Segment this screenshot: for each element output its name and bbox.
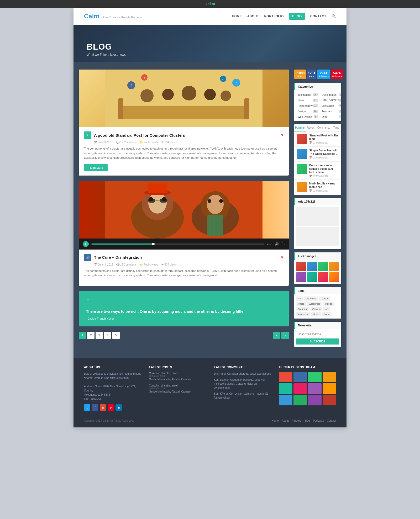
ff-10[interactable] (293, 395, 307, 405)
ff-5[interactable] (279, 383, 292, 394)
tab-popular[interactable]: Popular (294, 124, 306, 131)
post-heart-1[interactable]: ♥ (281, 133, 284, 137)
ff-1[interactable] (279, 372, 292, 382)
tag-gaming[interactable]: Gaming (311, 307, 323, 311)
footer-twitter[interactable]: t (84, 404, 90, 411)
tag-standard[interactable]: Standard (296, 307, 309, 311)
tag-classic[interactable]: Classic (319, 296, 330, 301)
footer-about: ABOUT US Duis at velit at ante gravida a… (84, 366, 141, 411)
progress-bar[interactable] (91, 243, 265, 245)
flickr-5[interactable] (296, 272, 306, 282)
footer-nav-portfolio[interactable]: Portfolio (292, 419, 302, 422)
page-btn-3[interactable]: 3 (96, 332, 103, 339)
tag-art2[interactable]: Art (323, 307, 330, 311)
flickr-1[interactable] (296, 262, 306, 271)
tag-photo[interactable]: Photo (296, 302, 306, 306)
flickr-6[interactable] (307, 272, 317, 282)
newsletter-input[interactable] (296, 331, 339, 337)
cat-photography[interactable]: Photography 21 (296, 103, 319, 108)
footer-nav-about[interactable]: About (282, 419, 289, 422)
flickr-2[interactable] (307, 262, 317, 271)
play-button[interactable]: ▶ (83, 241, 89, 247)
nav-blog[interactable]: BLOG (289, 13, 305, 20)
fb-count: 1261 (308, 71, 316, 75)
ff-6[interactable] (293, 383, 307, 394)
ff-9[interactable] (279, 395, 292, 405)
footer-nav-podcasts[interactable]: Podcasts (313, 419, 324, 422)
cat-design[interactable]: Design 10 (296, 109, 319, 114)
footer-grid: ABOUT US Duis at velit at ante gravida a… (84, 366, 336, 411)
svg-rect-26 (155, 200, 160, 200)
volume-icon[interactable]: 🔊 (275, 242, 279, 246)
tab-tags[interactable]: Tags (331, 124, 341, 131)
nav-contact[interactable]: CONTACT (310, 14, 326, 18)
ff-4[interactable] (323, 372, 336, 382)
twitter-button[interactable]: 2941 Followers (317, 70, 330, 79)
footer-google[interactable]: g (100, 404, 106, 411)
cat-other[interactable]: Other 70 (320, 114, 341, 119)
footer-pinterest[interactable]: p (108, 404, 114, 411)
footer-linkedin[interactable]: in (116, 404, 122, 411)
post-heart-2[interactable]: ♥ (281, 255, 284, 260)
ad-1[interactable] (296, 207, 339, 226)
flickr-3[interactable] (318, 262, 328, 271)
tag-music[interactable]: Music (311, 312, 321, 316)
footer-post-title-1[interactable]: Curabitur pharetra, ante! (149, 372, 206, 375)
tag-awesome2[interactable]: Awesome (296, 312, 310, 316)
flickr-7[interactable] (318, 272, 328, 282)
newsletter-submit[interactable]: SUBSCRIBE (296, 338, 339, 345)
tag-date[interactable]: Date (322, 312, 331, 316)
tag-awesome[interactable]: Awesome (304, 296, 318, 301)
tab-recent[interactable]: Recent (306, 124, 316, 131)
ff-2[interactable] (293, 372, 307, 382)
footer-post-title-2[interactable]: Curabitur pharetra, ante! (149, 384, 206, 387)
read-more-btn-1[interactable]: Read More (84, 164, 108, 171)
cat-name: Technology (298, 93, 311, 96)
flickr-4[interactable] (329, 262, 339, 271)
cat-html[interactable]: HTML5&CSS3 22 (320, 98, 341, 103)
search-icon[interactable]: 🔍 (332, 14, 336, 18)
cat-news[interactable]: News 41 (296, 98, 319, 103)
ff-12[interactable] (323, 395, 336, 405)
ad-2[interactable] (296, 227, 339, 246)
popular-title-1: Standard Post with The blog. (309, 134, 339, 141)
nav-about[interactable]: ABOUT (247, 14, 259, 18)
tag-videos[interactable]: Videos (323, 302, 334, 306)
prev-page-btn[interactable]: ‹ (273, 332, 280, 339)
page-btn-4[interactable]: 4 (104, 332, 111, 339)
next-page-btn[interactable]: › (281, 332, 289, 339)
nav-home[interactable]: HOME (232, 14, 242, 18)
cat-technology[interactable]: Technology 25 (296, 92, 319, 97)
flickr-8[interactable] (329, 272, 339, 282)
ff-3[interactable] (308, 372, 321, 382)
nav-portfolio[interactable]: PORTFOLIO (264, 14, 284, 18)
footer-nav-blog[interactable]: Blog (304, 419, 310, 422)
page-btn-2[interactable]: 2 (87, 332, 94, 339)
cat-tutorials[interactable]: Tutorials 25 (320, 109, 341, 114)
cat-javascript[interactable]: JavaScript 62 (320, 103, 341, 108)
footer-nav-contact[interactable]: Contact (327, 419, 336, 422)
ff-8[interactable] (323, 383, 336, 394)
page-btn-5[interactable]: 5 (112, 332, 120, 339)
rss-button[interactable]: +1000 RSS (294, 70, 306, 79)
footer-flickr: FLICKR PHOTOSTREAM (279, 366, 336, 411)
page-btn-1[interactable]: 1 (79, 332, 86, 339)
cat-count: 70 (339, 115, 341, 118)
footer-facebook[interactable]: f (92, 404, 98, 411)
popular-title-2: Simple Audio Post with The Whole Kaboodl… (309, 149, 339, 156)
cat-development[interactable]: Development 11 (320, 92, 341, 97)
ff-11[interactable] (308, 395, 321, 405)
site-wrapper: Calm Free Creative Google Portfolio HOME… (74, 8, 346, 427)
facebook-button[interactable]: 1261 Fans (307, 70, 317, 79)
expand-icon[interactable]: ⛶ (281, 242, 285, 246)
svg-point-20 (148, 193, 167, 214)
categories-section: Categories Technology 25 Development 11 … (294, 83, 341, 121)
tag-art[interactable]: Art (296, 296, 303, 301)
tag-wordpress[interactable]: Wordpress (307, 302, 322, 306)
footer-nav-home[interactable]: Home (272, 419, 279, 422)
ff-7[interactable] (308, 383, 321, 394)
cat-webdesign[interactable]: Web Design 5 (296, 114, 319, 119)
pinterest-button[interactable]: 5474 Followers (331, 70, 343, 79)
post-title-row-2: The Cure – Disintegration ♥ (94, 255, 284, 260)
tab-comments[interactable]: Comments (316, 124, 331, 131)
